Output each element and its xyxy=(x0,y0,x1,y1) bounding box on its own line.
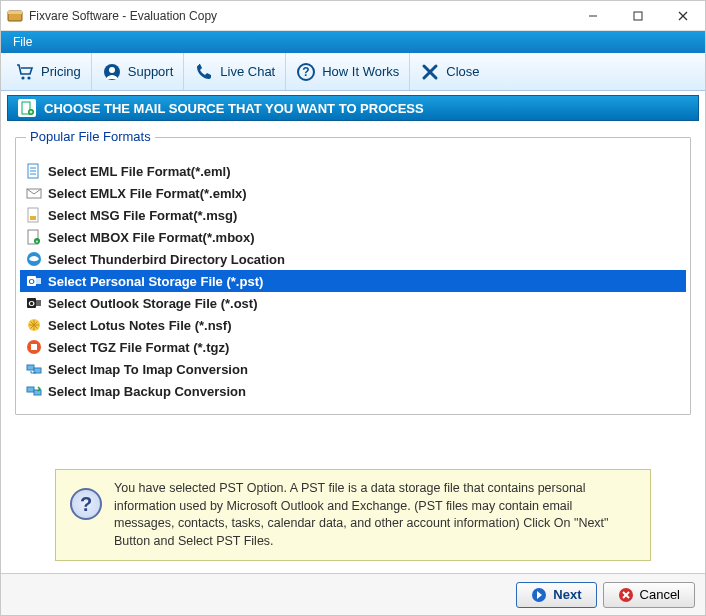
app-icon xyxy=(7,8,23,24)
svg-rect-41 xyxy=(34,390,41,395)
format-label: Select Lotus Notes File (*.nsf) xyxy=(48,318,231,333)
tgz-icon xyxy=(26,339,42,355)
format-label: Select TGZ File Format (*.tgz) xyxy=(48,340,229,355)
toolbar-label: Support xyxy=(128,64,174,79)
format-option[interactable]: OSelect Personal Storage File (*.pst) xyxy=(20,270,686,292)
format-option[interactable]: Select TGZ File Format (*.tgz) xyxy=(20,336,686,358)
format-list: Select EML File Format(*.eml)Select EMLX… xyxy=(20,160,686,402)
info-text: You have selected PST Option. A PST file… xyxy=(114,480,636,550)
svg-point-6 xyxy=(21,76,24,79)
page-header: CHOOSE THE MAIL SOURCE THAT YOU WANT TO … xyxy=(7,95,699,121)
format-option[interactable]: +Select MBOX File Format(*.mbox) xyxy=(20,226,686,248)
close-icon xyxy=(420,62,440,82)
outlook-dark-icon: O xyxy=(26,295,42,311)
svg-rect-24 xyxy=(30,216,36,220)
format-option[interactable]: Select Thunderbird Directory Location xyxy=(20,248,686,270)
format-option[interactable]: Select EMLX File Format(*.emlx) xyxy=(20,182,686,204)
headset-icon xyxy=(102,62,122,82)
svg-rect-3 xyxy=(634,12,642,20)
file-formats-group: Popular File Formats Select EML File For… xyxy=(15,137,691,415)
format-label: Select MSG File Format(*.msg) xyxy=(48,208,237,223)
content-area: Popular File Formats Select EML File For… xyxy=(1,121,705,573)
svg-text:?: ? xyxy=(303,65,310,79)
arrow-right-icon xyxy=(531,587,547,603)
svg-rect-31 xyxy=(36,278,41,284)
format-option[interactable]: Select Lotus Notes File (*.nsf) xyxy=(20,314,686,336)
titlebar: Fixvare Software - Evaluation Copy xyxy=(1,1,705,31)
format-option[interactable]: Select MSG File Format(*.msg) xyxy=(20,204,686,226)
format-option[interactable]: Select EML File Format(*.eml) xyxy=(20,160,686,182)
next-button[interactable]: Next xyxy=(516,582,596,608)
cart-icon xyxy=(15,62,35,82)
format-option[interactable]: Select Imap To Imap Conversion xyxy=(20,358,686,380)
file-mbox-icon: + xyxy=(26,229,42,245)
format-option[interactable]: OSelect Outlook Storage File (*.ost) xyxy=(20,292,686,314)
svg-rect-34 xyxy=(36,300,41,306)
page-header-text: CHOOSE THE MAIL SOURCE THAT YOU WANT TO … xyxy=(44,101,424,116)
live-chat-button[interactable]: Live Chat xyxy=(184,53,286,90)
phone-icon xyxy=(194,62,214,82)
svg-text:+: + xyxy=(36,238,39,244)
svg-text:O: O xyxy=(28,299,34,308)
footer: Next Cancel xyxy=(1,573,705,615)
format-label: Select Personal Storage File (*.pst) xyxy=(48,274,263,289)
cancel-icon xyxy=(618,587,634,603)
format-label: Select Imap Backup Conversion xyxy=(48,384,246,399)
svg-text:O: O xyxy=(28,277,34,286)
format-label: Select Thunderbird Directory Location xyxy=(48,252,285,267)
svg-rect-39 xyxy=(34,368,41,373)
button-label: Cancel xyxy=(640,587,680,602)
question-icon: ? xyxy=(296,62,316,82)
group-legend: Popular File Formats xyxy=(26,129,155,144)
menu-file[interactable]: File xyxy=(5,33,40,51)
info-icon: ? xyxy=(70,488,102,520)
outlook-icon: O xyxy=(26,273,42,289)
cancel-button[interactable]: Cancel xyxy=(603,582,695,608)
format-label: Select EMLX File Format(*.emlx) xyxy=(48,186,247,201)
close-window-button[interactable] xyxy=(660,1,705,30)
svg-rect-38 xyxy=(27,365,34,370)
format-label: Select EML File Format(*.eml) xyxy=(48,164,231,179)
toolbar-label: How It Works xyxy=(322,64,399,79)
menubar: File xyxy=(1,31,705,53)
lotus-icon xyxy=(26,317,42,333)
format-option[interactable]: Select Imap Backup Conversion xyxy=(20,380,686,402)
svg-rect-37 xyxy=(31,344,37,350)
envelope-icon xyxy=(26,185,42,201)
document-plus-icon xyxy=(18,99,36,117)
svg-point-7 xyxy=(27,76,30,79)
file-msg-icon xyxy=(26,207,42,223)
support-button[interactable]: Support xyxy=(92,53,185,90)
toolbar-label: Pricing xyxy=(41,64,81,79)
file-eml-icon xyxy=(26,163,42,179)
svg-point-9 xyxy=(109,67,115,73)
format-label: Select Outlook Storage File (*.ost) xyxy=(48,296,257,311)
imap-backup-icon xyxy=(26,383,42,399)
format-label: Select Imap To Imap Conversion xyxy=(48,362,248,377)
window-controls xyxy=(570,1,705,30)
thunderbird-icon xyxy=(26,251,42,267)
toolbar-label: Close xyxy=(446,64,479,79)
minimize-button[interactable] xyxy=(570,1,615,30)
format-label: Select MBOX File Format(*.mbox) xyxy=(48,230,255,245)
pricing-button[interactable]: Pricing xyxy=(5,53,92,90)
toolbar-label: Live Chat xyxy=(220,64,275,79)
svg-rect-40 xyxy=(27,387,34,392)
window-title: Fixvare Software - Evaluation Copy xyxy=(29,9,570,23)
maximize-button[interactable] xyxy=(615,1,660,30)
svg-rect-1 xyxy=(8,11,22,14)
info-panel: ? You have selected PST Option. A PST fi… xyxy=(55,469,651,561)
how-it-works-button[interactable]: ? How It Works xyxy=(286,53,410,90)
toolbar: Pricing Support Live Chat ? How It Works… xyxy=(1,53,705,91)
imap-icon xyxy=(26,361,42,377)
close-button[interactable]: Close xyxy=(410,53,489,90)
button-label: Next xyxy=(553,587,581,602)
